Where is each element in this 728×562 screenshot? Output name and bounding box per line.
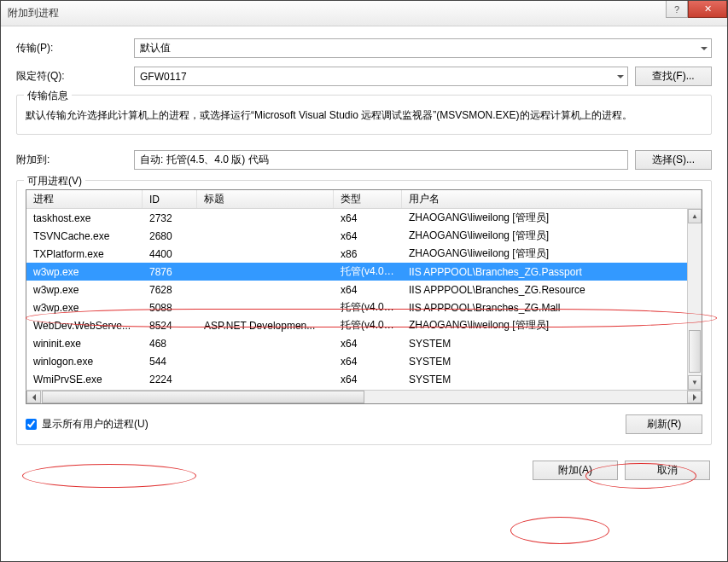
qualifier-value: GFW0117 (140, 71, 187, 83)
close-icon: ✕ (704, 3, 712, 14)
transport-label: 传输(P): (16, 41, 134, 55)
attach-button[interactable]: 附加(A) (533, 461, 618, 480)
attach-button-label: 附加(A) (558, 464, 592, 476)
scroll-up-icon[interactable]: ▲ (688, 209, 702, 223)
cancel-button[interactable]: 取消 (625, 461, 710, 480)
table-row[interactable]: w3wp.exe7628x64IIS APPPOOL\Branches_ZG.R… (26, 281, 687, 298)
column-type[interactable]: 类型 (334, 190, 402, 208)
table-cell: ASP.NET Developmen... (197, 320, 334, 332)
scroll-right-icon[interactable] (687, 391, 702, 403)
table-cell: TSVNCache.exe (26, 230, 143, 242)
hscroll-thumb[interactable] (42, 391, 364, 403)
table-cell: 5088 (143, 302, 197, 314)
attach-to-label: 附加到: (16, 153, 134, 167)
table-cell: WebDev.WebServe... (26, 320, 143, 332)
find-button[interactable]: 查找(F)... (635, 67, 712, 86)
table-cell: 2224 (143, 374, 197, 385)
table-cell: w3wp.exe (26, 302, 143, 314)
scroll-down-icon[interactable]: ▼ (688, 375, 702, 390)
close-button[interactable]: ✕ (688, 1, 727, 18)
show-all-users-label: 显示所有用户的进程(U) (42, 417, 149, 432)
refresh-button-label: 刷新(R) (647, 418, 682, 430)
find-button-label: 查找(F)... (652, 70, 694, 82)
vscroll-thumb[interactable] (689, 330, 701, 373)
table-cell: wininit.exe (26, 338, 143, 350)
table-body: taskhost.exe2732x64ZHAOGANG\liweilong [管… (26, 209, 687, 390)
table-cell: 8524 (143, 320, 197, 332)
attach-to-value-box: 自动: 托管(4.5、4.0 版) 代码 (134, 150, 628, 170)
processes-legend: 可用进程(V) (24, 174, 85, 188)
table-cell: WmiPrvSE.exe (26, 374, 143, 385)
table-cell: 7876 (143, 266, 197, 278)
table-cell: 托管(v4.0.30... (334, 264, 402, 279)
qualifier-combo[interactable]: GFW0117 (134, 67, 628, 86)
table-cell: 544 (143, 356, 197, 368)
select-button[interactable]: 选择(S)... (635, 150, 712, 170)
chevron-down-icon (617, 75, 624, 78)
transport-info-text: 默认传输允许选择此计算机上的进程，或选择运行“Microsoft Visual … (26, 107, 702, 124)
help-button[interactable]: ? (666, 1, 688, 18)
qualifier-label: 限定符(Q): (16, 69, 134, 84)
horizontal-scrollbar[interactable] (26, 390, 702, 404)
titlebar: 附加到进程 ? ✕ (1, 1, 727, 26)
dialog-content: 传输(P): 默认值 限定符(Q): GFW0117 查找(F)... 传输信息… (1, 26, 727, 492)
show-all-users-checkbox[interactable] (26, 419, 37, 430)
transport-combo[interactable]: 默认值 (134, 38, 712, 58)
table-cell: IIS APPPOOL\Branches_ZG.Resource (402, 284, 687, 296)
table-row[interactable]: w3wp.exe5088托管(v4.0.30...IIS APPPOOL\Bra… (26, 298, 687, 316)
column-user[interactable]: 用户名 (402, 190, 702, 208)
column-id[interactable]: ID (143, 190, 197, 208)
show-all-row: 显示所有用户的进程(U) 刷新(R) (26, 414, 702, 434)
table-header: 进程 ID 标题 类型 用户名 (26, 190, 702, 209)
table-row[interactable]: wininit.exe468x64SYSTEM (26, 334, 687, 352)
refresh-button[interactable]: 刷新(R) (626, 414, 702, 434)
vertical-scrollbar[interactable]: ▲ ▼ (687, 209, 702, 390)
table-cell: 7628 (143, 284, 197, 296)
table-cell: IIS APPPOOL\Branches_ZG.Passport (402, 266, 687, 278)
chevron-down-icon (701, 47, 708, 50)
table-cell: x64 (334, 374, 402, 385)
process-table: 进程 ID 标题 类型 用户名 taskhost.exe2732x64ZHAOG… (26, 189, 702, 390)
processes-group: 可用进程(V) 进程 ID 标题 类型 用户名 taskhost.exe2732… (16, 180, 712, 445)
table-row[interactable]: WebDev.WebServe...8524ASP.NET Developmen… (26, 316, 687, 334)
table-row[interactable]: taskhost.exe2732x64ZHAOGANG\liweilong [管… (26, 209, 687, 227)
column-process[interactable]: 进程 (26, 190, 143, 208)
table-cell: 2680 (143, 230, 197, 242)
table-row[interactable]: TSVNCache.exe2680x64ZHAOGANG\liweilong [… (26, 227, 687, 245)
table-cell: 4400 (143, 248, 197, 260)
transport-row: 传输(P): 默认值 (16, 38, 712, 58)
column-title[interactable]: 标题 (197, 190, 334, 208)
table-cell: x86 (334, 248, 402, 260)
transport-info-legend: 传输信息 (24, 89, 72, 103)
scroll-left-icon[interactable] (26, 391, 41, 403)
table-cell: TXPlatform.exe (26, 248, 143, 260)
table-cell: taskhost.exe (26, 212, 143, 224)
table-cell: winlogon.exe (26, 356, 143, 368)
table-cell: x64 (334, 212, 402, 224)
table-cell: IIS APPPOOL\Branches_ZG.Mall (402, 302, 687, 314)
table-cell: w3wp.exe (26, 266, 143, 278)
help-icon: ? (674, 4, 679, 14)
table-row[interactable]: w3wp.exe7876托管(v4.0.30...IIS APPPOOL\Bra… (26, 263, 687, 281)
attach-to-row: 附加到: 自动: 托管(4.5、4.0 版) 代码 选择(S)... (16, 150, 712, 170)
cancel-button-label: 取消 (657, 464, 678, 476)
table-cell: 托管(v4.0.30... (334, 318, 402, 333)
table-cell: ZHAOGANG\liweilong [管理员] (402, 246, 687, 261)
transport-value: 默认值 (140, 41, 171, 55)
vscroll-track[interactable] (688, 223, 702, 375)
select-button-label: 选择(S)... (652, 154, 695, 165)
table-cell: SYSTEM (402, 356, 687, 368)
window-controls: ? ✕ (666, 1, 727, 18)
dialog-button-row: 附加(A) 取消 (16, 461, 712, 480)
qualifier-row: 限定符(Q): GFW0117 查找(F)... (16, 67, 712, 86)
attach-to-value: 自动: 托管(4.5、4.0 版) 代码 (140, 153, 269, 167)
table-row[interactable]: WmiPrvSE.exe2224x64SYSTEM (26, 370, 687, 388)
annotation-ellipse (510, 517, 609, 544)
table-cell: x64 (334, 356, 402, 368)
hscroll-track[interactable] (42, 391, 686, 403)
table-cell: SYSTEM (402, 338, 687, 350)
table-cell: x64 (334, 284, 402, 296)
table-row[interactable]: winlogon.exe544x64SYSTEM (26, 352, 687, 370)
table-cell: x64 (334, 230, 402, 242)
table-row[interactable]: TXPlatform.exe4400x86ZHAOGANG\liweilong … (26, 245, 687, 263)
